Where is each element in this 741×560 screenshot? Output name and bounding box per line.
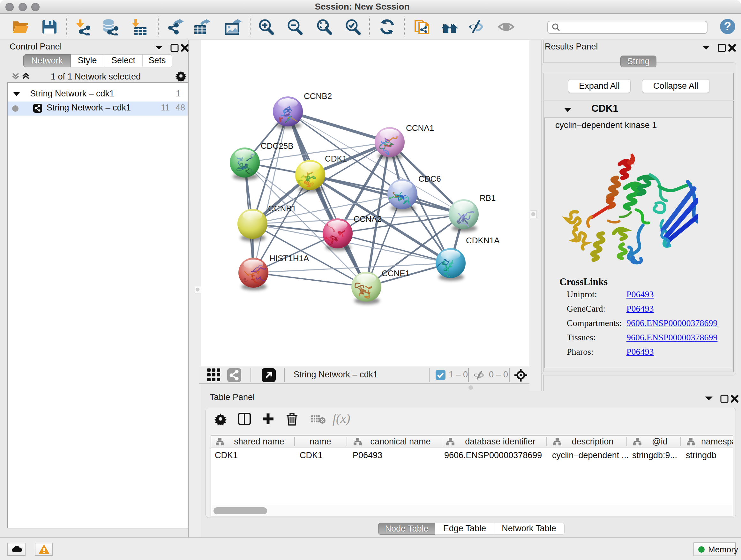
svg-text:CDK1: CDK1 — [325, 154, 347, 164]
svg-text:CDC6: CDC6 — [418, 174, 441, 184]
svg-text:RB1: RB1 — [480, 193, 496, 203]
svg-text:CCNB2: CCNB2 — [304, 91, 332, 101]
svg-text:CCNA2: CCNA2 — [354, 214, 382, 224]
svg-text:CCNA1: CCNA1 — [406, 123, 434, 133]
svg-text:CCNB1: CCNB1 — [268, 204, 296, 213]
svg-text:?: ? — [724, 19, 731, 33]
svg-text:CDKN1A: CDKN1A — [466, 236, 500, 245]
svg-text:CDC25B: CDC25B — [261, 141, 293, 151]
svg-text:HIST1H1A: HIST1H1A — [269, 253, 309, 263]
svg-text:CCNE1: CCNE1 — [382, 268, 410, 278]
